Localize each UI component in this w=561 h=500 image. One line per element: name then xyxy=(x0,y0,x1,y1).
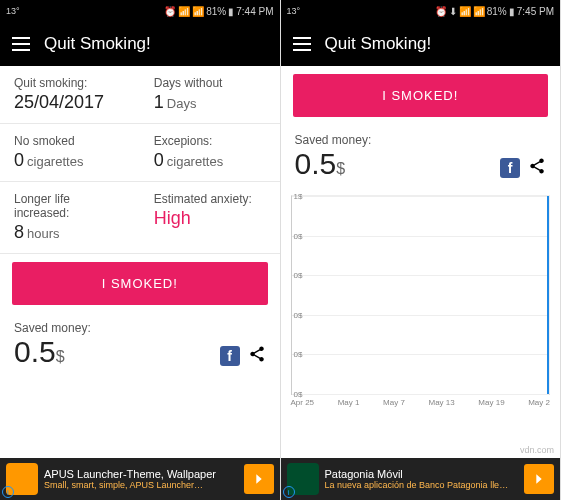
chart-y-tick: 0$ xyxy=(294,310,303,319)
ad-install-arrow-icon[interactable] xyxy=(524,464,554,494)
facebook-icon[interactable]: f xyxy=(500,158,520,178)
chart-y-tick: 0$ xyxy=(294,350,303,359)
stat-quit-date: Quit smoking: 25/04/2017 xyxy=(0,66,140,123)
i-smoked-button[interactable]: I SMOKED! xyxy=(293,74,549,117)
saved-money-label: Saved money: xyxy=(295,133,547,147)
facebook-icon[interactable]: f xyxy=(220,346,240,366)
dropbox-icon: ⬇ xyxy=(449,6,457,17)
ad-info-icon[interactable]: i xyxy=(283,486,295,498)
left-screenshot: 13° ⏰ 📶 📶 81% ▮ 7:44 PM Quit Smoking! Qu… xyxy=(0,0,281,500)
chart-x-tick: Apr 25 xyxy=(291,398,315,407)
chart-x-tick: May 2 xyxy=(528,398,550,407)
content: Quit smoking: 25/04/2017 Days without 1D… xyxy=(0,66,280,500)
battery-text: 81% xyxy=(206,6,226,17)
ad-subtitle: Small, smart, simple, APUS Launcher… xyxy=(44,480,238,490)
status-bar: 13° ⏰ ⬇ 📶 📶 81% ▮ 7:45 PM xyxy=(281,0,561,22)
status-bar: 13° ⏰ 📶 📶 81% ▮ 7:44 PM xyxy=(0,0,280,22)
saved-money-label: Saved money: xyxy=(14,321,266,335)
clock: 7:45 PM xyxy=(517,6,554,17)
saved-money-value: 0.5$ xyxy=(14,335,65,369)
content: I SMOKED! Saved money: 0.5$ f 1$0$0$0$0$… xyxy=(281,66,561,500)
chart-y-tick: 0$ xyxy=(294,231,303,240)
chart-y-tick: 1$ xyxy=(294,192,303,201)
alarm-icon: ⏰ xyxy=(435,6,447,17)
chart-x-tick: May 13 xyxy=(429,398,455,407)
i-smoked-button[interactable]: I SMOKED! xyxy=(12,262,268,305)
share-icon[interactable] xyxy=(248,345,266,367)
stat-longer-life: Longer life increased: 8hours xyxy=(0,182,140,253)
signal-icon: 📶 xyxy=(473,6,485,17)
chart-x-tick: May 7 xyxy=(383,398,405,407)
wifi-icon: 📶 xyxy=(178,6,190,17)
ad-banner[interactable]: i APUS Launcher-Theme, Wallpaper Small, … xyxy=(0,458,280,500)
app-title: Quit Smoking! xyxy=(325,34,432,54)
battery-icon: ▮ xyxy=(509,6,515,17)
app-bar: Quit Smoking! xyxy=(0,22,280,66)
wifi-icon: 📶 xyxy=(459,6,471,17)
temperature: 13° xyxy=(6,6,20,16)
ad-title: APUS Launcher-Theme, Wallpaper xyxy=(44,468,238,480)
app-title: Quit Smoking! xyxy=(44,34,151,54)
chart-x-tick: May 1 xyxy=(338,398,360,407)
share-icon[interactable] xyxy=(528,157,546,179)
ad-banner[interactable]: i Patagonia Móvil La nueva aplicación de… xyxy=(281,458,561,500)
watermark: vdn.com xyxy=(520,445,554,455)
stat-exceptions: Excepions: 0cigarettes xyxy=(140,124,280,181)
ad-subtitle: La nueva aplicación de Banco Patagonia l… xyxy=(325,480,519,490)
chart-x-tick: May 19 xyxy=(478,398,504,407)
ad-info-icon[interactable]: i xyxy=(2,486,14,498)
ad-title: Patagonia Móvil xyxy=(325,468,519,480)
app-bar: Quit Smoking! xyxy=(281,22,561,66)
chart-y-tick: 0$ xyxy=(294,271,303,280)
chart-data-line xyxy=(547,196,549,394)
signal-icon: 📶 xyxy=(192,6,204,17)
saved-money-value: 0.5$ xyxy=(295,147,346,181)
menu-icon[interactable] xyxy=(293,37,311,51)
savings-chart: 1$0$0$0$0$0$ Apr 25May 1May 7May 13May 1… xyxy=(281,189,561,407)
ad-install-arrow-icon[interactable] xyxy=(244,464,274,494)
chart-y-tick: 0$ xyxy=(294,390,303,399)
clock: 7:44 PM xyxy=(236,6,273,17)
stat-no-smoked: No smoked 0cigarettes xyxy=(0,124,140,181)
stat-days-without: Days without 1Days xyxy=(140,66,280,123)
menu-icon[interactable] xyxy=(12,37,30,51)
temperature: 13° xyxy=(287,6,301,16)
battery-text: 81% xyxy=(487,6,507,17)
stat-anxiety: Estimated anxiety: High xyxy=(140,182,280,253)
alarm-icon: ⏰ xyxy=(164,6,176,17)
battery-icon: ▮ xyxy=(228,6,234,17)
right-screenshot: 13° ⏰ ⬇ 📶 📶 81% ▮ 7:45 PM Quit Smoking! … xyxy=(281,0,562,500)
